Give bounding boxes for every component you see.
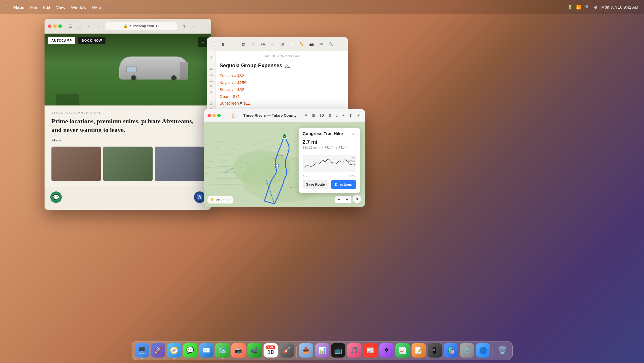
wifi-icon: 📶	[576, 5, 581, 9]
menu-edit[interactable]: Edit	[43, 5, 50, 10]
safari-more-button[interactable]: ⋯	[200, 22, 208, 30]
dock-item-screentime[interactable]: 🔵	[476, 343, 490, 358]
elevation-labels: 7,100+ 6,800+	[347, 156, 355, 163]
compass[interactable]: N	[352, 194, 362, 203]
notes-format-button[interactable]: Aa	[259, 40, 267, 48]
trail-card-close-button[interactable]: ✕	[351, 131, 356, 137]
menu-bar:  Maps File Edit View Window Help 🔋 📶 🔍 …	[0, 0, 644, 14]
dock-item-appletv[interactable]: 📺	[331, 343, 345, 358]
dock-item-appstore[interactable]: 🛍️	[444, 343, 458, 358]
notes-sidebar-button[interactable]: ☰	[210, 40, 218, 48]
url-display: autocamp.com	[130, 24, 154, 28]
autocamp-main-content: SEQUOIA ACCOMMODATIONS Prime locations, …	[45, 105, 211, 187]
airstream-trailer	[119, 52, 188, 84]
notes-share-button[interactable]: ⬜	[249, 40, 257, 48]
autocamp-logo-button[interactable]: AUTOCAMP	[48, 37, 75, 44]
dock-item-launchpad[interactable]: 🚀	[151, 343, 165, 358]
dock-item-garageband[interactable]: 🎸	[280, 343, 294, 358]
notes-checklist-button[interactable]: ✓	[268, 40, 276, 48]
notes-list-button[interactable]: ◧	[220, 40, 228, 48]
chart-end-label: 2.7mi	[350, 175, 356, 178]
safari-forward-button[interactable]: ›	[94, 22, 102, 30]
maps-minimize-button[interactable]	[212, 114, 216, 117]
dock-item-music[interactable]: 🎵	[347, 343, 362, 358]
maps-directions-button[interactable]: ↗	[303, 112, 309, 118]
dock-dot-maps	[222, 358, 223, 359]
maps-expand-button[interactable]: ⤢	[355, 112, 362, 118]
maps-share-button[interactable]: ⬆	[348, 112, 354, 118]
maps-close-button[interactable]	[207, 114, 211, 117]
dock-item-yoink[interactable]: 📥	[299, 343, 313, 358]
notes-back-button[interactable]: ‹	[229, 40, 237, 48]
notes-drawing-button[interactable]: ✏️	[298, 40, 306, 48]
dock-item-maps[interactable]: 🗺️	[215, 343, 230, 358]
notes-media-button[interactable]: +	[288, 40, 296, 48]
safari-address-bar[interactable]: 🔒 autocamp.com ↻	[105, 22, 177, 30]
chat-button[interactable]: 💬	[50, 191, 62, 203]
property-card-2[interactable]	[103, 147, 153, 181]
notes-toolbar: ☰ ◧ ‹ 🗑 ⬜ Aa ✓ ⊞ + ✏️ 📷 ≫ 🔍	[207, 37, 348, 51]
dock-item-numbers[interactable]: 📈	[395, 343, 410, 358]
safari-tab-button[interactable]: ⬜	[76, 22, 84, 30]
dock-item-calendar[interactable]: JUN 10	[264, 343, 278, 358]
trail-card-header: Congress Trail Hike ✕	[299, 128, 360, 139]
notes-camera-button[interactable]: 📷	[307, 40, 316, 48]
trail-card-actions: Save Route Directions	[299, 180, 360, 193]
safari-close-button[interactable]	[48, 24, 51, 28]
dock-item-finder[interactable]: 🖥️	[135, 343, 149, 358]
dock-item-iphone-mirroring[interactable]: 📱	[428, 343, 442, 358]
safari-newtab-button[interactable]: +	[190, 22, 198, 30]
maps-categories-button[interactable]: ⊞	[310, 112, 316, 118]
apple-logo-icon[interactable]: 	[6, 4, 8, 10]
dock-item-news[interactable]: 📰	[363, 343, 378, 358]
accessibility-button[interactable]: ♿	[194, 191, 205, 203]
dock-item-keynote[interactable]: 📊	[315, 343, 329, 358]
save-route-button[interactable]: Save Route	[303, 180, 328, 189]
datetime-display: Mon Jun 10 9:41 AM	[601, 5, 638, 9]
zoom-in-button[interactable]: +	[343, 195, 351, 203]
menu-view[interactable]: View	[56, 5, 65, 10]
notes-table-button[interactable]: ⊞	[278, 40, 286, 48]
dock-item-podcast[interactable]: 🎙	[379, 343, 394, 358]
notes-delete-button[interactable]: 🗑	[239, 40, 247, 48]
menu-help[interactable]: Help	[92, 5, 101, 10]
filter-button[interactable]: Filter +	[51, 139, 61, 142]
maps-layers-button[interactable]: ⊕	[327, 112, 333, 118]
dock-item-pages[interactable]: 📝	[412, 343, 426, 358]
maps-info-button[interactable]: ℹ	[335, 112, 339, 118]
notes-more-button[interactable]: ≫	[317, 40, 325, 48]
directions-button[interactable]: Directions	[331, 180, 357, 189]
dock-item-system-settings[interactable]: ⚙️	[460, 343, 474, 358]
dock-dot-safari	[174, 358, 175, 359]
zoom-out-button[interactable]: −	[335, 195, 343, 203]
reload-icon[interactable]: ↻	[156, 24, 159, 28]
autocamp-nav: AUTOCAMP BOOK NOW	[48, 37, 105, 44]
dock-item-facetime[interactable]: 📹	[247, 343, 262, 358]
safari-fullscreen-button[interactable]	[58, 24, 62, 28]
hamburger-menu-button[interactable]: ≡	[198, 37, 208, 47]
safari-back-button[interactable]: ‹	[85, 22, 93, 30]
property-card-3[interactable]	[155, 147, 204, 181]
safari-share-button[interactable]: ⬆	[180, 22, 188, 30]
safari-minimize-button[interactable]	[53, 24, 57, 28]
dock-item-trash[interactable]: 🗑️	[495, 343, 510, 358]
dock-item-safari[interactable]: 🧭	[167, 343, 181, 358]
maps-add-button[interactable]: +	[341, 112, 346, 118]
safari-sidebar-button[interactable]: ☰	[66, 22, 74, 30]
notes-search-button[interactable]: 🔍	[327, 40, 335, 48]
maps-fullscreen-button[interactable]	[217, 114, 221, 117]
dock-item-messages[interactable]: 💬	[183, 343, 197, 358]
maps-note-button[interactable]: 📋	[230, 112, 237, 118]
search-icon[interactable]: 🔍	[585, 5, 590, 9]
book-now-button[interactable]: BOOK NOW	[78, 37, 105, 44]
maps-3d-button[interactable]: 3D	[318, 113, 325, 118]
menu-window[interactable]: Window	[71, 5, 86, 10]
notes-item-snacks: Snacks = $52	[220, 87, 344, 93]
control-center-icon[interactable]: ⊕	[594, 5, 597, 9]
compass-label: N	[356, 197, 358, 201]
menu-maps[interactable]: Maps	[14, 5, 24, 10]
property-card-1[interactable]	[51, 147, 101, 181]
menu-file[interactable]: File	[30, 5, 37, 10]
dock-item-mail[interactable]: ✉️	[199, 343, 214, 358]
dock-item-photos[interactable]: 📷	[231, 343, 246, 358]
